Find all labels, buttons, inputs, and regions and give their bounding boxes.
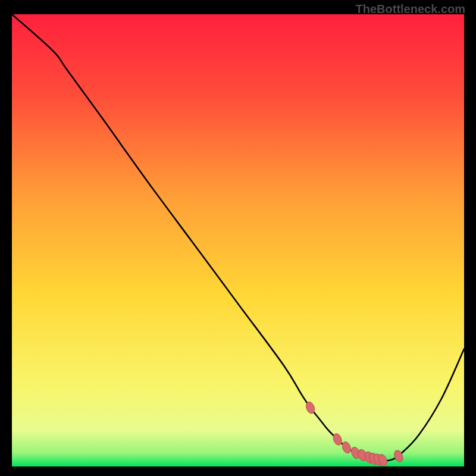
chart-svg (12, 14, 464, 466)
watermark-text: TheBottleneck.com (356, 2, 465, 16)
gradient-background (12, 14, 464, 466)
chart-container (12, 14, 464, 466)
